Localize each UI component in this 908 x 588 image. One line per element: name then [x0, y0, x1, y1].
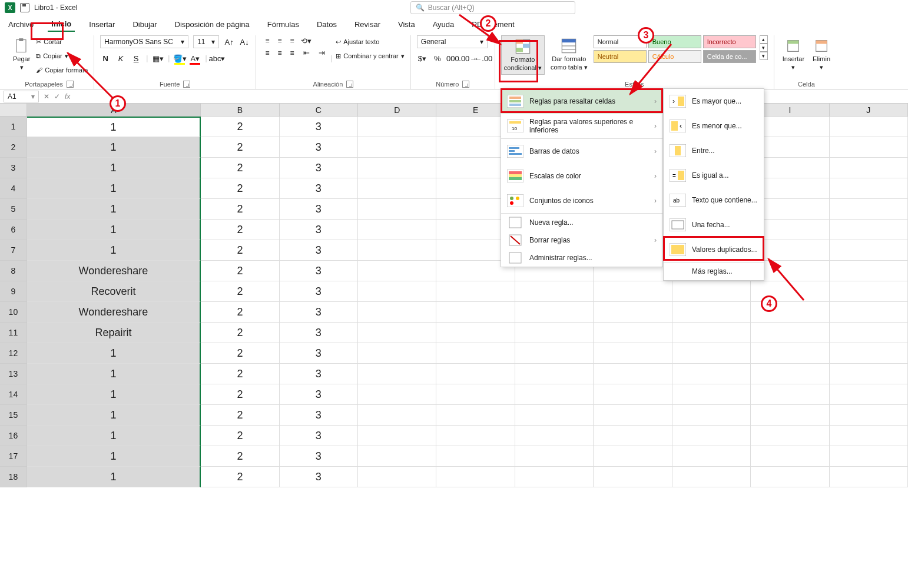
cell[interactable] — [358, 137, 436, 158]
cell[interactable]: 2 — [201, 343, 279, 364]
cell[interactable] — [672, 323, 751, 343]
cell[interactable] — [436, 426, 515, 446]
comma-button[interactable]: 000 — [448, 53, 458, 64]
cell[interactable] — [358, 323, 436, 343]
cell[interactable] — [751, 323, 829, 343]
cell[interactable] — [594, 323, 672, 343]
cell[interactable]: 1 — [27, 178, 201, 199]
decimal-dec[interactable]: ←.00 — [478, 53, 489, 64]
cell[interactable]: 1 — [27, 426, 201, 446]
decimal-inc[interactable]: .00→ — [463, 53, 473, 64]
cell[interactable] — [830, 281, 908, 302]
select-all-corner[interactable] — [0, 104, 27, 117]
cell[interactable] — [830, 240, 908, 261]
cell[interactable] — [436, 364, 515, 384]
cell[interactable] — [672, 364, 751, 384]
menu-top-bottom-rules[interactable]: 10 Reglas para valores superiores e infe… — [501, 114, 662, 138]
cell[interactable]: 3 — [280, 261, 358, 281]
cell[interactable] — [436, 343, 515, 364]
row-header[interactable]: 8 — [0, 261, 27, 281]
cell[interactable]: 1 — [27, 240, 201, 261]
cell[interactable] — [830, 405, 908, 426]
row-header[interactable]: 5 — [0, 199, 27, 220]
cell[interactable] — [515, 364, 594, 384]
submenu-more-rules[interactable]: Más reglas... — [664, 263, 764, 280]
cell[interactable] — [515, 405, 594, 426]
cell[interactable] — [515, 446, 594, 467]
cell[interactable]: 2 — [201, 446, 279, 467]
cell[interactable] — [436, 384, 515, 405]
fill-color-button[interactable]: 🪣▾ — [174, 53, 185, 64]
cell[interactable]: 3 — [280, 158, 358, 178]
cell[interactable] — [515, 281, 594, 302]
row-header[interactable]: 16 — [0, 426, 27, 446]
cell[interactable] — [672, 281, 751, 302]
cell[interactable]: 1 — [27, 117, 201, 137]
row-header[interactable]: 10 — [0, 302, 27, 323]
tab-revisar[interactable]: Revisar — [351, 18, 384, 31]
cell[interactable] — [672, 426, 751, 446]
menu-color-scales[interactable]: Escalas de color› — [501, 164, 662, 188]
cell[interactable]: 3 — [280, 426, 358, 446]
cell[interactable]: Repairit — [27, 323, 201, 343]
cell[interactable] — [751, 426, 829, 446]
row-header[interactable]: 1 — [0, 117, 27, 137]
cell[interactable]: 3 — [280, 137, 358, 158]
cell[interactable]: Wondereshare — [27, 261, 201, 281]
row-header[interactable]: 9 — [0, 281, 27, 302]
font-color-button[interactable]: A▾ — [190, 53, 200, 64]
cell[interactable] — [436, 323, 515, 343]
alignment-launcher[interactable] — [346, 81, 353, 88]
col-header-B[interactable]: B — [201, 104, 279, 117]
row-header[interactable]: 6 — [0, 220, 27, 240]
cell[interactable] — [751, 405, 829, 426]
style-gallery-more[interactable]: ▾ — [760, 52, 768, 60]
cell[interactable]: 1 — [27, 405, 201, 426]
menu-clear-rules[interactable]: Borrar reglas› — [501, 231, 662, 249]
number-launcher[interactable] — [462, 81, 469, 88]
currency-button[interactable]: $▾ — [417, 53, 428, 64]
cell[interactable] — [515, 467, 594, 487]
tab-insertar[interactable]: Insertar — [85, 18, 118, 31]
align-center[interactable]: ≡ — [274, 48, 285, 58]
tab-datos[interactable]: Datos — [313, 18, 340, 31]
font-launcher[interactable] — [183, 81, 190, 88]
format-as-table-button[interactable]: Dar formato como tabla ▾ — [548, 35, 590, 74]
cell[interactable] — [436, 405, 515, 426]
cell[interactable]: 3 — [280, 343, 358, 364]
row-header[interactable]: 7 — [0, 240, 27, 261]
col-header-C[interactable]: C — [280, 104, 358, 117]
cell[interactable] — [594, 446, 672, 467]
style-gallery-down[interactable]: ▾ — [760, 44, 768, 52]
cell[interactable]: 2 — [201, 426, 279, 446]
cell[interactable] — [830, 467, 908, 487]
cell[interactable] — [751, 467, 829, 487]
cell[interactable]: 3 — [280, 323, 358, 343]
col-header-J[interactable]: J — [830, 104, 908, 117]
cell[interactable]: 1 — [27, 220, 201, 240]
cell[interactable]: 2 — [201, 405, 279, 426]
font-size-select[interactable]: 11▾ — [193, 35, 219, 48]
cell[interactable]: 1 — [27, 343, 201, 364]
cell[interactable]: 1 — [27, 384, 201, 405]
border-button[interactable]: ▦▾ — [153, 53, 163, 64]
cell[interactable]: 2 — [201, 199, 279, 220]
row-header[interactable]: 11 — [0, 323, 27, 343]
wrap-text-button[interactable]: ↩ Ajustar texto — [336, 35, 405, 48]
cell[interactable]: 2 — [201, 281, 279, 302]
cell[interactable]: 3 — [280, 281, 358, 302]
style-celdacomp[interactable]: Celda de co... — [703, 50, 756, 63]
row-header[interactable]: 18 — [0, 467, 27, 487]
cell[interactable] — [830, 158, 908, 178]
cell[interactable]: 1 — [27, 158, 201, 178]
name-box[interactable]: A1▾ — [4, 91, 39, 102]
cell[interactable] — [751, 384, 829, 405]
tab-disposicion[interactable]: Disposición de página — [171, 18, 253, 31]
underline-button[interactable]: S — [131, 53, 141, 64]
insert-button[interactable]: Insertar▾ — [780, 35, 807, 74]
row-header[interactable]: 17 — [0, 446, 27, 467]
cell[interactable] — [358, 467, 436, 487]
cell[interactable]: 2 — [201, 261, 279, 281]
row-header[interactable]: 12 — [0, 343, 27, 364]
cell[interactable] — [751, 364, 829, 384]
